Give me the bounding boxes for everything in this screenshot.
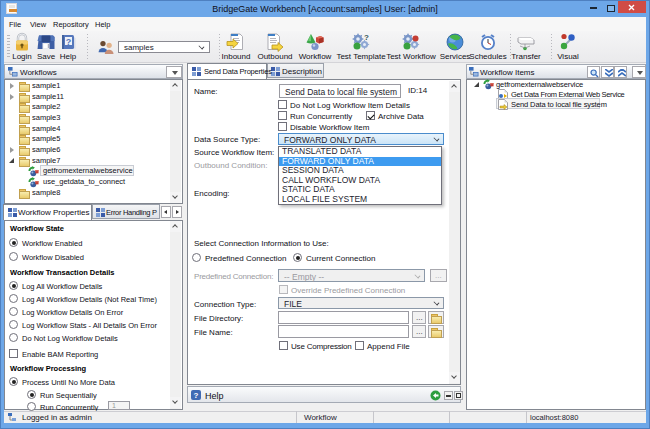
svg-text:?: ?: [66, 37, 72, 47]
svg-text:?: ?: [194, 391, 199, 400]
svg-text:?: ?: [364, 33, 369, 42]
